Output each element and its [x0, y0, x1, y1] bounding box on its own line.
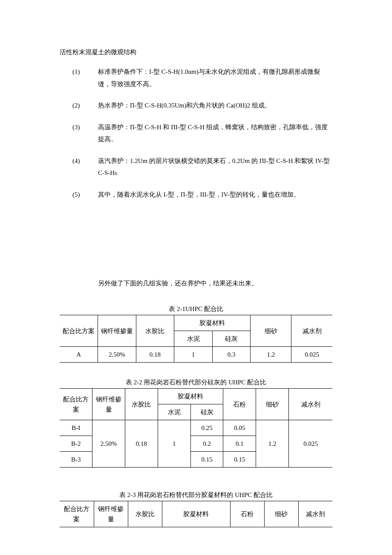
col-header: 配合比方案: [60, 501, 94, 527]
cell: 0.3: [212, 347, 251, 363]
item-number: (5): [60, 189, 98, 201]
table-2: 配合比方案 钢纤维掺量 水胶比 胶凝材料 石粉 细砂 减水剂 水泥 硅灰 B-I…: [60, 388, 332, 468]
col-header: 胶凝材料: [162, 501, 230, 527]
cell: 0.15: [190, 452, 223, 468]
cell: 0.1: [223, 436, 256, 452]
col-header: 钢纤维掺量: [94, 501, 128, 527]
cell: 2.50%: [98, 347, 136, 363]
col-header: 水胶比: [128, 501, 162, 527]
cell: 1: [174, 347, 213, 363]
col-header: 钢纤维掺量: [98, 315, 136, 347]
col-header: 细砂: [251, 315, 291, 347]
table-3: 配合比方案 钢纤维掺量 水胶比 胶凝材料 石粉 细砂 减水剂: [60, 501, 332, 527]
table-caption: 表 2-2 用花岗岩石粉替代部分硅灰的 UHPC 配合比: [60, 377, 332, 388]
item-number: (2): [60, 99, 98, 112]
cell: 1.2: [251, 347, 291, 363]
table-caption: 表 2-1UHPC 配合比: [60, 304, 332, 315]
col-header: 配合比方案: [60, 389, 92, 420]
cell: 1: [158, 420, 190, 468]
col-header: 细砂: [256, 389, 289, 420]
col-header: 胶凝材料: [174, 315, 251, 331]
col-subheader: 硅灰: [212, 331, 251, 347]
item-number: (1): [60, 66, 98, 90]
spacer: [60, 482, 332, 490]
item-number: (3): [60, 121, 98, 145]
section-title: 活性粉末混凝土的微观结构: [60, 47, 332, 57]
cell: 0.18: [125, 420, 158, 468]
col-header: 减水剂: [298, 501, 332, 527]
list-item: (1) 标准养护条件下：I-型 C-S-H(1.0um)与未水化的水泥组成，有微…: [60, 66, 332, 90]
col-header: 胶凝材料: [158, 389, 223, 404]
table-1: 配合比方案 钢纤维掺量 水胶比 胶凝材料 细砂 减水剂 水泥 硅灰 A 2.50…: [60, 315, 332, 363]
item-text: 标准养护条件下：I-型 C-S-H(1.0um)与未水化的水泥组成，有微孔隙易形…: [98, 66, 332, 90]
table-caption: 表 2-3 用花岗岩石粉替代部分胶凝材料的 UHPC 配合比: [60, 490, 332, 501]
col-subheader: 水泥: [158, 404, 190, 420]
col-header: 水胶比: [136, 315, 174, 347]
cell: 0.05: [223, 420, 256, 436]
cell: 0.025: [291, 347, 332, 363]
cell: 0.15: [223, 452, 256, 468]
cell: 2.50%: [92, 420, 125, 468]
cell: A: [60, 347, 98, 363]
item-text: 热水养护：П-型 C-S-H(0.35Um)和六角片状的 Ca(OH)2 组成。: [98, 99, 332, 112]
item-text: 高温养护：П-型 C-S-H 和 ПI-型 C-S-H 组成，蜂窝状，结构致密，…: [98, 121, 332, 145]
list-item: (4) 蒸汽养护：1.2Um 的层片状纵横交错的莫来石，0.2Um 的 ПI-型…: [60, 155, 332, 179]
cell: 1.2: [256, 420, 289, 468]
cell: 0.025: [289, 420, 332, 468]
col-header: 石粉: [230, 501, 264, 527]
list-item: (5) 其中，随着水泥水化从 I-型，П-型，III-型，IV-型的转化，量也在…: [60, 189, 332, 201]
item-number: (4): [60, 155, 98, 179]
col-subheader: 水泥: [174, 331, 213, 347]
cell: 0.18: [136, 347, 174, 363]
col-subheader: 硅灰: [190, 404, 223, 420]
col-header: 石粉: [223, 389, 256, 420]
cell: 0.25: [190, 420, 223, 436]
list-item: (2) 热水养护：П-型 C-S-H(0.35Um)和六角片状的 Ca(OH)2…: [60, 99, 332, 112]
col-header: 配合比方案: [60, 315, 98, 347]
cell: B-2: [60, 436, 92, 452]
item-text: 蒸汽养护：1.2Um 的层片状纵横交错的莫来石，0.2Um 的 ПI-型 C-S…: [98, 155, 332, 179]
cell: B-3: [60, 452, 92, 468]
col-header: 减水剂: [291, 315, 332, 347]
cell: 0.2: [190, 436, 223, 452]
spacer: [60, 210, 332, 278]
col-header: 减水剂: [289, 389, 332, 420]
note-text: 另外做了下面的几组实验，还在养护中，结果还未出来。: [98, 278, 332, 288]
col-header: 水胶比: [125, 389, 158, 420]
col-header: 钢纤维掺量: [92, 389, 125, 420]
cell: B-I: [60, 420, 92, 436]
page: 活性粉末混凝土的微观结构 (1) 标准养护条件下：I-型 C-S-H(1.0um…: [0, 0, 392, 555]
col-header: 细砂: [264, 501, 298, 527]
list-item: (3) 高温养护：П-型 C-S-H 和 ПI-型 C-S-H 组成，蜂窝状，结…: [60, 121, 332, 145]
item-text: 其中，随着水泥水化从 I-型，П-型，III-型，IV-型的转化，量也在增加。: [98, 189, 332, 201]
